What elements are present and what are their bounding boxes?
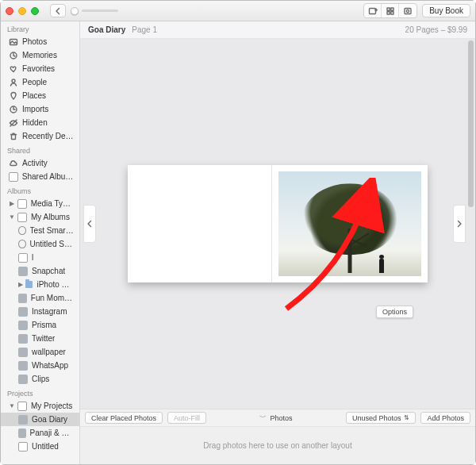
book-project-icon: [18, 415, 28, 425]
sidebar-label: Imports: [22, 105, 48, 113]
album-thumb-icon: [18, 321, 28, 330]
sidebar-label: Favorites: [22, 64, 55, 73]
sidebar-item-smart-album[interactable]: Test Smart A…: [1, 224, 79, 237]
album-thumb-icon: [18, 375, 28, 384]
photos-icon: [9, 37, 18, 47]
sidebar-label: Clips: [32, 375, 49, 383]
sidebar-item-album[interactable]: WhatsApp: [1, 359, 79, 372]
back-button[interactable]: [50, 4, 66, 17]
placed-photo[interactable]: [278, 171, 422, 276]
sidebar-item-album[interactable]: Clips: [1, 372, 79, 386]
album-thumb-icon: [18, 307, 28, 317]
sidebar-item-memories[interactable]: Memories: [1, 48, 79, 62]
person-icon: [9, 78, 18, 87]
sidebar-item-album[interactable]: Fun Moments: [1, 291, 79, 305]
photo-filter-select[interactable]: Unused Photos ⇅: [346, 412, 416, 424]
sidebar-item-album[interactable]: Prisma: [1, 318, 79, 332]
svg-point-8: [407, 10, 409, 12]
buy-book-button[interactable]: Buy Book: [422, 4, 470, 17]
sidebar-item-media-types[interactable]: ▶Media Types: [1, 197, 79, 210]
page-status: 20 Pages – $9.99: [405, 25, 467, 34]
sidebar-item-album[interactable]: l: [1, 251, 79, 264]
add-photo-tool[interactable]: [364, 4, 382, 17]
album-thumb-icon: [18, 334, 28, 344]
sidebar-item-album[interactable]: Instagram: [1, 305, 79, 318]
sidebar-label: Goa Diary: [32, 415, 67, 424]
zoom-slider[interactable]: [71, 6, 118, 16]
sidebar-label: Untitled Sma…: [30, 240, 75, 248]
info-left: Goa Diary Page 1: [88, 25, 157, 34]
minimize-window-button[interactable]: [18, 7, 26, 15]
titlebar: Buy Book: [1, 1, 475, 21]
disclosure-down-icon[interactable]: ▼: [9, 213, 15, 221]
svg-rect-7: [405, 8, 411, 13]
album-icon: [17, 199, 27, 209]
sidebar-label: Test Smart A…: [30, 226, 75, 235]
sidebar-item-my-albums[interactable]: ▼My Albums: [1, 210, 79, 224]
sidebar-item-album[interactable]: wallpaper: [1, 345, 79, 359]
book-spread: [128, 165, 428, 282]
prev-page-button[interactable]: [83, 205, 96, 243]
sidebar-section-projects: Projects: [1, 386, 79, 399]
sidebar-item-favorites[interactable]: Favorites: [1, 62, 79, 75]
sidebar[interactable]: Library Photos Memories Favorites People…: [1, 21, 80, 464]
sidebar-label: Twitter: [32, 334, 55, 343]
sidebar-item-hidden[interactable]: Hidden: [1, 116, 79, 129]
sidebar-item-shared-albums[interactable]: Shared Albums: [1, 170, 79, 183]
sidebar-item-project-goa[interactable]: Goa Diary: [1, 413, 79, 426]
sidebar-item-people[interactable]: People: [1, 75, 79, 89]
svg-rect-0: [369, 8, 375, 13]
memories-icon: [9, 51, 18, 60]
sidebar-item-iphoto-events[interactable]: ▶iPhoto Events: [1, 278, 79, 291]
add-photos-button[interactable]: Add Photos: [420, 412, 470, 424]
svg-rect-3: [387, 8, 390, 10]
sidebar-item-recently-deleted[interactable]: Recently Deleted: [1, 129, 79, 143]
sidebar-label: Shared Albums: [22, 172, 75, 181]
sidebar-item-smart-album[interactable]: Untitled Sma…: [1, 237, 79, 251]
disclosure-down-icon[interactable]: ▼: [9, 402, 15, 409]
sidebar-item-album[interactable]: Snapchat: [1, 264, 79, 278]
sidebar-item-places[interactable]: Places: [1, 89, 79, 102]
app-window: Buy Book Library Photos Memories Favorit…: [0, 0, 476, 465]
disclosure-right-icon[interactable]: ▶: [9, 200, 15, 207]
svg-rect-5: [387, 11, 390, 13]
album-icon: [18, 253, 28, 263]
photo-plus-icon: [368, 6, 378, 16]
next-page-button[interactable]: [453, 205, 466, 243]
zoom-slider-track: [82, 10, 118, 12]
cloud-icon: [9, 159, 18, 168]
sidebar-item-album[interactable]: Twitter: [1, 332, 79, 345]
canvas: Options Clear Placed Photos Auto-Fill ﹀ …: [80, 39, 475, 464]
sidebar-item-my-projects[interactable]: ▼My Projects: [1, 399, 79, 413]
sidebar-label: People: [22, 78, 47, 86]
photo-tray-toolbar: Clear Placed Photos Auto-Fill ﹀ Photos U…: [80, 409, 475, 426]
fullscreen-window-button[interactable]: [31, 7, 39, 15]
sidebar-item-project[interactable]: Untitled: [1, 440, 79, 453]
tray-tab-label: Photos: [270, 414, 292, 422]
sidebar-item-project[interactable]: Panaji & Bard…: [1, 426, 79, 440]
clear-placed-button[interactable]: Clear Placed Photos: [85, 412, 163, 424]
book-page-left[interactable]: [128, 165, 272, 282]
tray-tab[interactable]: ﹀ Photos: [211, 413, 341, 423]
settings-tool[interactable]: [399, 4, 416, 17]
zoom-slider-knob[interactable]: [71, 7, 79, 15]
sidebar-label: My Albums: [31, 213, 70, 221]
svg-rect-14: [12, 134, 16, 139]
chevron-right-icon: [455, 219, 464, 229]
sidebar-item-photos[interactable]: Photos: [1, 35, 79, 48]
auto-fill-button[interactable]: Auto-Fill: [167, 412, 206, 424]
sidebar-item-activity[interactable]: Activity: [1, 156, 79, 170]
layout-grid-icon: [386, 6, 395, 16]
spread-area: Options: [80, 39, 475, 409]
layout-tool[interactable]: [382, 4, 399, 17]
options-popover-button[interactable]: Options: [376, 306, 413, 318]
sidebar-item-imports[interactable]: Imports: [1, 102, 79, 116]
sidebar-label: Untitled: [32, 442, 59, 451]
smart-album-icon: [18, 226, 26, 235]
close-window-button[interactable]: [6, 7, 13, 15]
book-page-right[interactable]: [272, 165, 428, 282]
svg-rect-6: [390, 11, 393, 13]
sidebar-section-shared: Shared: [1, 143, 79, 156]
photo-tray-dropzone[interactable]: Drag photos here to use on another layou…: [80, 426, 475, 464]
disclosure-right-icon[interactable]: ▶: [18, 281, 23, 288]
